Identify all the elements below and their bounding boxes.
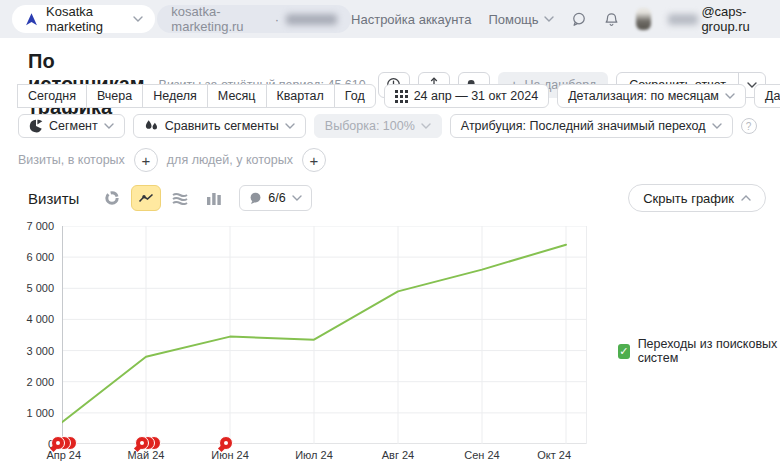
- period-preset-button[interactable]: Год: [334, 84, 376, 108]
- legend-label: Переходы из поисковых систем: [638, 337, 780, 365]
- sampling-label: Выборка: 100%: [325, 119, 415, 133]
- calendar-grid-icon: [395, 90, 408, 103]
- filter-builder-row: Визиты, в которых + для людей, у которых…: [18, 148, 326, 172]
- attribution-select[interactable]: Атрибуция: Последний значимый переход: [450, 114, 733, 138]
- account-settings-link[interactable]: Настройка аккаунта: [351, 12, 471, 27]
- help-menu[interactable]: Помощь: [488, 12, 553, 27]
- bell-icon[interactable]: [604, 12, 619, 27]
- y-axis-labels: 01 0002 0003 0004 0005 0006 0007 000: [0, 226, 54, 444]
- y-axis-tick: 7 000: [26, 220, 54, 232]
- compare-segments-icon: [144, 119, 159, 133]
- comment-marker-dot: [224, 441, 228, 445]
- y-axis-tick: 1 000: [26, 407, 54, 419]
- x-axis-tick: Сен 24: [464, 449, 499, 461]
- people-filter-label: для людей, у которых: [167, 153, 293, 167]
- date-range-button[interactable]: 24 апр — 31 окт 2024: [384, 84, 549, 108]
- segment-filter-row: Сегмент Сравнить сегменты Выборка: 100% …: [18, 114, 757, 138]
- counter-domain-pill: kosatka-marketing.ru ·: [157, 5, 351, 33]
- metrica-logo-icon: [24, 12, 39, 27]
- comment-marker-dot: [140, 441, 144, 445]
- line-chart-type-button[interactable]: [131, 185, 161, 211]
- chevron-down-icon: [285, 123, 295, 129]
- date-range-label: 24 апр — 31 окт 2024: [414, 89, 538, 103]
- detalization-select[interactable]: Детализация: по месяцам: [557, 84, 746, 108]
- chevron-down-icon: [544, 16, 554, 22]
- hide-chart-button[interactable]: Скрыть график: [628, 184, 766, 212]
- top-bar: Kosatka marketing kosatka-marketing.ru ·…: [0, 0, 780, 38]
- x-axis-labels: Апр 24Май 24Июн 24Июл 24Авг 24Сен 24Окт …: [62, 449, 592, 463]
- counter-domain: kosatka-marketing.ru: [171, 4, 268, 34]
- x-axis-tick: Окт 24: [537, 449, 571, 461]
- visits-filter-label: Визиты, в которых: [18, 153, 125, 167]
- user-email[interactable]: @caps-group.ru: [668, 4, 768, 34]
- pie-segment-icon: [29, 119, 43, 133]
- area-chart-type-button[interactable]: [165, 185, 195, 211]
- y-axis-tick: 5 000: [26, 282, 54, 294]
- chat-icon[interactable]: [571, 12, 587, 27]
- data-robots-select[interactable]: Данные: с роботами: [754, 84, 780, 108]
- compare-segments-label: Сравнить сегменты: [165, 119, 279, 133]
- metric-label: Визиты: [28, 190, 79, 207]
- period-preset-button[interactable]: Неделя: [142, 84, 208, 108]
- avatar[interactable]: [636, 8, 652, 30]
- chevron-down-icon: [133, 16, 143, 22]
- compare-segments-button[interactable]: Сравнить сегменты: [133, 114, 306, 138]
- counter-id-redacted: [286, 14, 337, 25]
- y-axis-tick: 3 000: [26, 345, 54, 357]
- hide-chart-label: Скрыть график: [643, 191, 734, 206]
- period-preset-button[interactable]: Месяц: [207, 84, 267, 108]
- x-axis-tick: Авг 24: [382, 449, 414, 461]
- comment-marker[interactable]: [135, 436, 149, 450]
- data-robots-label: Данные: с роботами: [765, 89, 780, 103]
- y-axis-tick: 2 000: [26, 376, 54, 388]
- comment-marker[interactable]: [51, 436, 65, 450]
- add-visit-filter-button[interactable]: +: [134, 148, 158, 172]
- comments-dropdown[interactable]: 6/6: [239, 185, 311, 211]
- chevron-up-icon: [741, 195, 751, 201]
- y-axis-tick: 4 000: [26, 313, 54, 325]
- top-bar-right: Настройка аккаунта Помощь @caps-group.ru: [351, 4, 768, 34]
- chevron-down-icon: [712, 123, 722, 129]
- chevron-down-icon: [292, 195, 302, 201]
- comment-marker[interactable]: [219, 436, 233, 450]
- chart-legend: ✓ Переходы из поисковых систем: [618, 337, 780, 365]
- x-axis-tick: Май 24: [128, 449, 165, 461]
- help-question-icon[interactable]: ?: [741, 118, 757, 134]
- column-chart-icon: [207, 192, 221, 205]
- period-presets: СегодняВчераНеделяМесяцКварталГод: [18, 84, 376, 108]
- x-axis-tick: Июн 24: [211, 449, 249, 461]
- chevron-down-icon: [421, 123, 431, 129]
- counter-name: Kosatka marketing: [46, 4, 126, 34]
- period-preset-button[interactable]: Квартал: [266, 84, 335, 108]
- period-preset-button[interactable]: Сегодня: [17, 84, 87, 108]
- chevron-down-icon: [725, 93, 735, 99]
- email-domain: @caps-group.ru: [701, 4, 768, 34]
- chevron-down-icon: [104, 123, 114, 129]
- line-chart-icon: [138, 192, 154, 204]
- donut-chart-type-button[interactable]: [97, 185, 127, 211]
- column-chart-type-button[interactable]: [199, 185, 229, 211]
- period-filter-row: СегодняВчераНеделяМесяцКварталГод 24 апр…: [18, 84, 780, 108]
- segment-label: Сегмент: [49, 119, 98, 133]
- detalization-label: Детализация: по месяцам: [568, 89, 719, 103]
- comments-count: 6/6: [268, 191, 285, 205]
- comment-bubble-icon: [249, 192, 262, 205]
- separator-dot: ·: [275, 12, 279, 27]
- x-axis-tick: Июл 24: [295, 449, 333, 461]
- y-axis-tick: 6 000: [26, 251, 54, 263]
- segment-button[interactable]: Сегмент: [18, 114, 125, 138]
- counter-selector[interactable]: Kosatka marketing: [12, 5, 155, 33]
- email-prefix-redacted: [668, 14, 698, 25]
- add-people-filter-button[interactable]: +: [302, 148, 326, 172]
- sampling-select[interactable]: Выборка: 100%: [314, 114, 442, 138]
- area-chart-icon: [172, 192, 188, 205]
- period-preset-button[interactable]: Вчера: [86, 84, 143, 108]
- chart-type-switcher: [97, 185, 229, 211]
- help-label: Помощь: [488, 12, 538, 27]
- legend-checkbox[interactable]: ✓: [618, 344, 630, 359]
- attribution-label: Атрибуция: Последний значимый переход: [461, 119, 706, 133]
- comment-marker-dot: [56, 441, 60, 445]
- chart-header: Визиты 6/6: [28, 184, 766, 212]
- visits-line-chart[interactable]: [62, 226, 587, 444]
- donut-chart-icon: [104, 190, 120, 206]
